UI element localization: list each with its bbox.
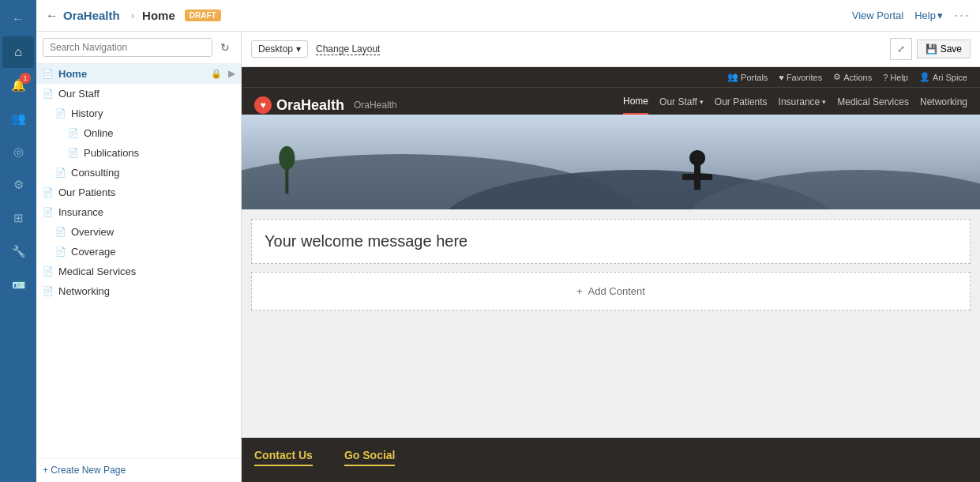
sidebar-item-coverage[interactable]: 📄 Coverage	[36, 242, 241, 262]
actions-link[interactable]: ⚙ Actions	[833, 72, 872, 82]
site-nav-our-patients[interactable]: Our Patients	[715, 96, 768, 115]
page-icon: 📄	[68, 128, 79, 138]
page-icon: 📄	[43, 88, 54, 99]
website-preview: 👥 Portals ♥ Favorites ⚙ Actions ? Help	[242, 67, 980, 482]
sidebar-item-label: Medical Services	[58, 265, 136, 277]
create-new-page-btn[interactable]: + Create New Page	[43, 465, 235, 476]
sidebar-item-online[interactable]: 📄 Online	[36, 123, 241, 143]
refresh-btn[interactable]: ↻	[216, 38, 235, 57]
preview-area: Desktop ▾ Change Layout ⤢ 💾 Save	[242, 32, 980, 482]
sidebar-item-our-staff[interactable]: 📄 Our Staff	[36, 84, 241, 104]
sidebar-item-our-patients[interactable]: 📄 Our Patients	[36, 183, 241, 202]
notifications-icon-btn[interactable]: 🔔 1	[2, 70, 34, 101]
sidebar-item-label: Overview	[71, 226, 114, 238]
site-nav-our-staff[interactable]: Our Staff ▾	[659, 96, 704, 115]
sidebar-item-home[interactable]: 📄 Home 🔒 ▶	[36, 64, 241, 84]
site-logo: ♥ OraHealth OraHealth	[254, 96, 397, 114]
sidebar-item-label: Our Patients	[58, 186, 115, 198]
footer-social: Go Social	[344, 449, 396, 471]
sidebar-footer: + Create New Page	[36, 458, 241, 482]
site-logo-sub: OraHealth	[354, 100, 397, 111]
badge-icon-btn[interactable]: 🪪	[2, 269, 34, 300]
user-label: Ari Spice	[933, 73, 967, 82]
sidebar-item-label: History	[71, 107, 103, 119]
sidebar: ↻ 📄 Home 🔒 ▶ 📄 Our Staff 📄 Hi	[36, 32, 242, 482]
preview-toolbar: Desktop ▾ Change Layout ⤢ 💾 Save	[242, 32, 980, 67]
page-icon: 📄	[55, 247, 66, 257]
change-layout-btn[interactable]: Change Layout	[316, 43, 380, 55]
site-top-bar: 👥 Portals ♥ Favorites ⚙ Actions ? Help	[242, 67, 980, 88]
user-icon: 👤	[919, 72, 930, 82]
site-nav-insurance[interactable]: Insurance ▾	[779, 96, 827, 115]
footer-contact: Contact Us	[254, 449, 313, 471]
page-icon: 📄	[55, 227, 66, 237]
page-icon: 📄	[43, 187, 54, 198]
desktop-label: Desktop	[258, 43, 293, 55]
save-label: Save	[941, 43, 962, 55]
sidebar-search-bar: ↻	[36, 32, 241, 64]
sidebar-item-label: Insurance	[58, 206, 103, 218]
help-label: Help	[890, 73, 908, 82]
favorites-link[interactable]: ♥ Favorites	[779, 73, 822, 82]
help-label: Help	[914, 9, 936, 21]
page-icon: 📄	[43, 286, 54, 296]
site-main-nav: Home Our Staff ▾ Our Patients Insurance …	[623, 96, 967, 115]
sidebar-item-label: Coverage	[71, 246, 115, 258]
actions-label: Actions	[843, 73, 872, 82]
more-options-btn[interactable]: ···	[954, 7, 971, 24]
sidebar-item-networking[interactable]: 📄 Networking	[36, 281, 241, 301]
sidebar-item-label: Home	[58, 68, 87, 80]
sidebar-item-medical-services[interactable]: 📄 Medical Services	[36, 262, 241, 281]
dropdown-arrow-icon: ▾	[296, 43, 301, 55]
site-nav-home[interactable]: Home	[623, 96, 648, 115]
topbar: ← OraHealth › Home DRAFT View Portal Hel…	[36, 0, 980, 32]
footer-social-title: Go Social	[344, 449, 396, 466]
expand-icon: ⤢	[897, 43, 905, 55]
topbar-back-btn[interactable]: ←	[46, 9, 58, 23]
site-nav-networking[interactable]: Networking	[920, 96, 967, 115]
favorites-icon: ♥	[779, 73, 784, 82]
expand-icon: ▶	[228, 69, 235, 79]
site-hero	[242, 115, 980, 209]
help-icon: ?	[883, 73, 888, 82]
portals-link[interactable]: 👥 Portals	[727, 72, 768, 82]
footer-contact-title: Contact Us	[254, 449, 313, 466]
sidebar-item-overview[interactable]: 📄 Overview	[36, 222, 241, 242]
help-link[interactable]: ? Help	[883, 73, 908, 82]
expand-preview-btn[interactable]: ⤢	[890, 38, 912, 60]
svg-rect-8	[682, 174, 712, 180]
page-icon: 📄	[43, 69, 54, 79]
layers-icon-btn[interactable]: ⊞	[2, 202, 34, 234]
help-dropdown[interactable]: Help ▾	[914, 9, 943, 21]
people-icon-btn[interactable]: 👥	[2, 103, 34, 134]
sidebar-item-label: Our Staff	[58, 88, 100, 100]
settings-icon-btn[interactable]: ⚙	[2, 169, 34, 201]
actions-icon: ⚙	[833, 72, 841, 82]
view-portal-link[interactable]: View Portal	[852, 9, 904, 21]
sidebar-item-history[interactable]: 📄 History	[36, 104, 241, 123]
svg-point-5	[279, 146, 295, 170]
add-content-btn[interactable]: + Add Content	[251, 272, 971, 311]
icon-bar: ← ⌂ 🔔 1 👥 ◎ ⚙ ⊞ 🔧 🪪	[0, 0, 36, 482]
lock-icon: 🔒	[211, 69, 222, 79]
search-input[interactable]	[43, 38, 212, 57]
home-icon-btn[interactable]: ⌂	[2, 36, 34, 68]
site-nav-medical-services[interactable]: Medical Services	[837, 96, 909, 115]
portals-label: Portals	[741, 73, 768, 82]
sidebar-item-consulting[interactable]: 📄 Consulting	[36, 163, 241, 183]
sidebar-item-insurance[interactable]: 📄 Insurance	[36, 202, 241, 222]
site-footer: Contact Us Go Social	[242, 438, 980, 482]
page-icon: 📄	[43, 207, 54, 217]
add-content-plus-icon: +	[576, 285, 583, 297]
desktop-dropdown[interactable]: Desktop ▾	[251, 40, 308, 58]
compass-icon-btn[interactable]: ◎	[2, 136, 34, 168]
help-arrow-icon: ▾	[937, 9, 943, 21]
tools-icon-btn[interactable]: 🔧	[2, 235, 34, 267]
portals-icon: 👥	[727, 72, 738, 82]
save-button[interactable]: 💾 Save	[917, 40, 971, 58]
favorites-label: Favorites	[787, 73, 822, 82]
user-link[interactable]: 👤 Ari Spice	[919, 72, 967, 82]
site-logo-bar: ♥ OraHealth OraHealth Home Our Staff ▾ O…	[242, 88, 980, 115]
back-icon-btn[interactable]: ←	[2, 3, 34, 35]
sidebar-item-publications[interactable]: 📄 Publications	[36, 143, 241, 163]
